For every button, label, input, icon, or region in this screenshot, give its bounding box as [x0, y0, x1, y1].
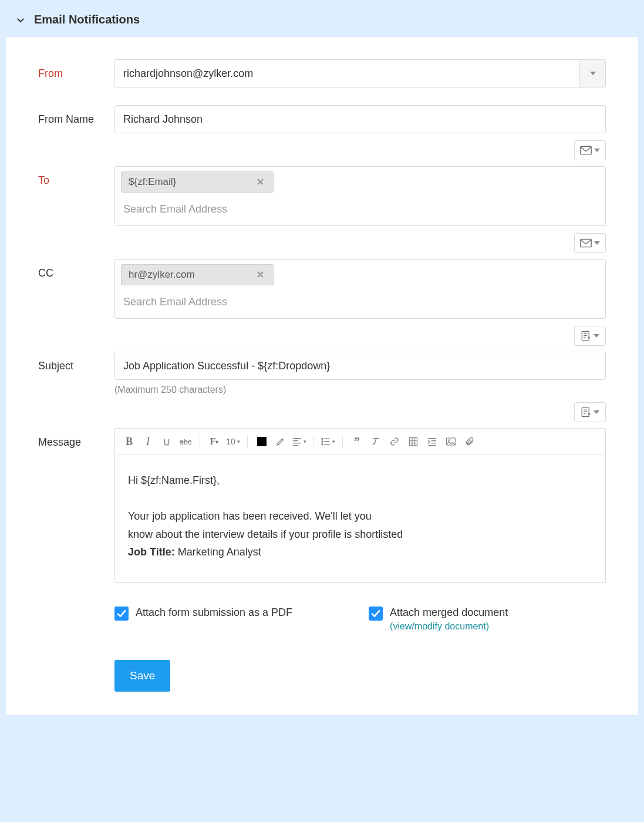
list-button[interactable]: ▾ [321, 434, 335, 449]
message-editor: B I U abc F▾ 10▾ ▾ [114, 428, 606, 583]
chevron-down-icon [15, 15, 26, 25]
to-chip-remove[interactable]: ✕ [251, 176, 269, 188]
cc-chip: hr@zylker.com ✕ [121, 264, 274, 285]
to-chip-label: ${zf:Email} [129, 176, 176, 188]
svg-rect-0 [581, 146, 591, 154]
to-field[interactable]: ${zf:Email} ✕ [114, 166, 606, 226]
list-icon [321, 437, 331, 446]
check-icon [117, 609, 126, 618]
image-button[interactable] [444, 434, 458, 449]
from-select[interactable]: richardjohnson@zylker.com [114, 59, 606, 87]
attachment-button[interactable] [463, 434, 477, 449]
highlight-button[interactable] [274, 434, 288, 449]
section-header[interactable]: Email Notifications [0, 0, 644, 37]
cc-search-input[interactable] [121, 290, 599, 314]
msg-greeting: Hi ${zf:Name.First}, [128, 471, 592, 490]
form-insert-icon [581, 331, 591, 341]
envelope-icon [580, 146, 592, 155]
editor-body[interactable]: Hi ${zf:Name.First}, Your job applicatio… [115, 455, 605, 582]
indent-icon [427, 437, 437, 446]
paperclip-icon [465, 437, 474, 446]
link-button[interactable] [387, 434, 402, 449]
table-icon [409, 437, 418, 446]
message-insert-button[interactable] [574, 402, 606, 422]
svg-point-18 [322, 438, 323, 439]
section-title: Email Notifications [34, 13, 140, 26]
svg-rect-24 [409, 437, 417, 445]
caret-down-icon [594, 410, 599, 414]
indent-button[interactable] [425, 434, 439, 449]
subject-input[interactable] [114, 352, 606, 380]
bold-button[interactable]: B [122, 434, 136, 449]
msg-job-title-value: Marketing Analyst [178, 546, 261, 558]
to-chip: ${zf:Email} ✕ [121, 171, 274, 193]
label-to: To [38, 166, 114, 187]
attach-pdf-label: Attach form submission as a PDF [136, 607, 292, 619]
from-select-caret[interactable] [579, 60, 605, 87]
cc-field[interactable]: hr@zylker.com ✕ [114, 259, 606, 319]
caret-down-icon [594, 334, 599, 338]
cc-picker-button[interactable] [574, 233, 606, 253]
msg-line1: Your job application has been received. … [128, 507, 592, 525]
subject-insert-button[interactable] [574, 326, 606, 346]
label-from: From [38, 59, 114, 80]
msg-job-title: Job Title: Marketing Analyst [128, 543, 592, 561]
marker-icon [276, 437, 285, 446]
text-color-button[interactable] [255, 434, 269, 449]
font-size-button[interactable]: 10▾ [226, 434, 240, 449]
strikethrough-button[interactable]: abc [178, 434, 193, 449]
from-name-input[interactable] [114, 105, 606, 133]
email-notifications-form: From richardjohnson@zylker.com From Name… [6, 37, 638, 715]
toolbar-separator [200, 436, 200, 447]
envelope-icon [580, 238, 592, 248]
from-value: richardjohnson@zylker.com [123, 68, 253, 80]
clear-format-button[interactable] [369, 434, 383, 449]
link-icon [390, 437, 399, 446]
toolbar-separator [342, 436, 343, 447]
checkbox-checked[interactable] [114, 607, 129, 621]
quote-button[interactable]: ” [350, 434, 364, 449]
view-modify-link[interactable]: (view/modify document) [390, 621, 508, 632]
row-to: To ${zf:Email} ✕ [38, 166, 606, 226]
label-subject: Subject [38, 352, 114, 372]
toolbar-separator [313, 436, 314, 447]
cc-chip-label: hr@zylker.com [129, 269, 195, 281]
attach-merged-label: Attach merged document [390, 607, 508, 619]
caret-down-icon [594, 149, 600, 152]
cc-chip-remove[interactable]: ✕ [251, 268, 269, 281]
svg-rect-1 [581, 239, 591, 247]
svg-point-20 [322, 441, 323, 442]
table-button[interactable] [406, 434, 420, 449]
to-search-input[interactable] [121, 197, 599, 221]
italic-button[interactable]: I [141, 434, 155, 449]
row-subject: Subject (Maximum 250 characters) [38, 352, 606, 395]
image-icon [446, 437, 456, 446]
color-swatch-icon [257, 437, 267, 446]
to-picker-button[interactable] [574, 140, 606, 160]
label-cc: CC [38, 259, 114, 279]
row-from-name: From Name [38, 105, 606, 133]
check-icon [371, 609, 380, 618]
attachment-options: Attach form submission as a PDF Attach m… [114, 607, 606, 632]
align-button[interactable]: ▾ [292, 434, 306, 449]
save-button[interactable]: Save [114, 660, 170, 692]
font-family-button[interactable]: F▾ [207, 434, 221, 449]
attach-merged-option[interactable]: Attach merged document (view/modify docu… [369, 607, 508, 632]
align-icon [292, 437, 302, 446]
editor-toolbar: B I U abc F▾ 10▾ ▾ [115, 429, 605, 455]
caret-down-icon [590, 72, 596, 75]
underline-button[interactable]: U [160, 434, 174, 449]
toolbar-separator [247, 436, 248, 447]
row-cc: CC hr@zylker.com ✕ [38, 259, 606, 319]
form-insert-icon [581, 407, 591, 417]
msg-line2: know about the interview details if your… [128, 525, 592, 544]
svg-point-34 [449, 440, 450, 442]
msg-job-title-label: Job Title: [128, 546, 175, 558]
svg-rect-2 [582, 332, 589, 341]
checkbox-checked[interactable] [369, 607, 383, 621]
clear-format-icon [371, 437, 380, 446]
attach-pdf-option[interactable]: Attach form submission as a PDF [114, 607, 292, 632]
svg-point-22 [322, 444, 323, 445]
row-message: Message B I U abc F▾ 10▾ [38, 428, 606, 583]
svg-rect-8 [582, 408, 589, 417]
